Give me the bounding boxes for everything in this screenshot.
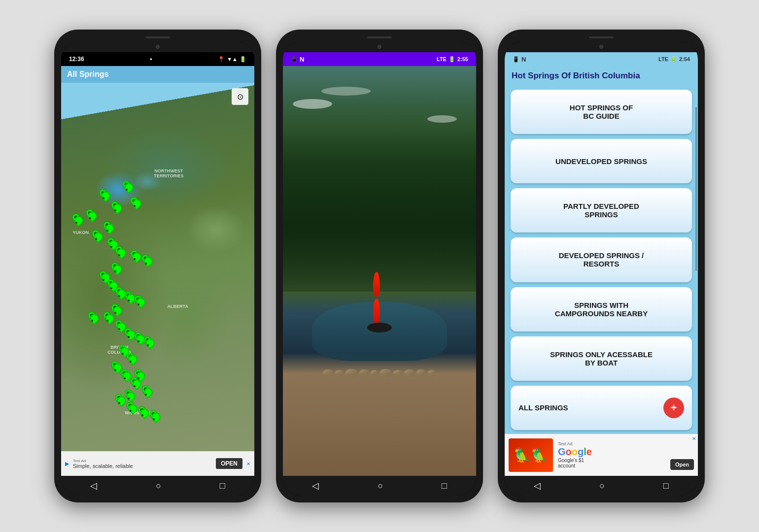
map-pin-20[interactable] bbox=[125, 328, 133, 338]
map-pin-1[interactable] bbox=[100, 189, 107, 199]
map-pin-33[interactable] bbox=[138, 406, 146, 416]
map-pin-25[interactable] bbox=[111, 361, 119, 371]
map-pin-36[interactable] bbox=[72, 214, 80, 224]
svg-point-33 bbox=[140, 408, 143, 411]
map-pin-5[interactable] bbox=[104, 222, 111, 232]
map-pin-22[interactable] bbox=[144, 336, 152, 346]
sim-icon: 📱 bbox=[291, 56, 298, 63]
menu-screen: Hot Springs Of British Columbia HOT SPRI… bbox=[505, 66, 698, 476]
map-pin-28[interactable] bbox=[131, 377, 138, 387]
map-pin-14[interactable] bbox=[115, 287, 123, 297]
map-pin-31[interactable] bbox=[115, 394, 123, 404]
ad-banner-1: ▶ Test Ad Simple, scalable, reliable OPE… bbox=[61, 451, 254, 476]
location-button[interactable]: ⊙ bbox=[232, 88, 248, 105]
ad-open-btn-3[interactable]: Open bbox=[670, 459, 694, 470]
back-button-1[interactable]: ◁ bbox=[90, 480, 97, 491]
menu-item-boat[interactable]: SPRINGS ONLY ACESSABLEBY BOAT bbox=[511, 336, 692, 381]
menu-item-campgrounds[interactable]: SPRINGS WITHCAMPGROUNDS NEARBY bbox=[511, 287, 692, 332]
recent-button-1[interactable]: □ bbox=[220, 481, 225, 491]
status-icons-left-3: 📱 N bbox=[513, 56, 526, 63]
home-button-3[interactable]: ○ bbox=[599, 481, 605, 491]
nav-bar-1: ◁ ○ □ bbox=[61, 476, 254, 496]
map-pin-34[interactable] bbox=[150, 410, 158, 420]
photo-screen bbox=[283, 66, 476, 476]
map-pin-0[interactable] bbox=[86, 209, 94, 219]
svg-point-27 bbox=[137, 371, 139, 374]
app-title-bar: Hot Springs Of British Columbia bbox=[505, 66, 698, 86]
svg-point-22 bbox=[146, 338, 149, 341]
svg-point-16 bbox=[137, 298, 139, 300]
map-pin-18[interactable] bbox=[104, 312, 111, 322]
status-icons-1: 📍 ▼▲ 🔋 bbox=[218, 56, 246, 63]
menu-item-boat-label: SPRINGS ONLY ACESSABLEBY BOAT bbox=[550, 350, 653, 367]
n-icon-3: N bbox=[521, 56, 526, 63]
menu-item-undeveloped[interactable]: UNDEVELOPED SPRINGS bbox=[511, 139, 692, 183]
menu-item-all-springs[interactable]: ALL SPRINGS + bbox=[511, 386, 692, 430]
svg-point-15 bbox=[127, 294, 130, 297]
camera-dot-3 bbox=[599, 45, 603, 49]
ad-arrow-1: ▶ bbox=[65, 461, 69, 467]
fab-button[interactable]: + bbox=[663, 398, 684, 418]
map-pin-24[interactable] bbox=[127, 353, 135, 363]
map-pin-9[interactable] bbox=[131, 250, 138, 260]
svg-point-25 bbox=[113, 363, 116, 366]
svg-point-10 bbox=[144, 257, 147, 260]
map-pin-6[interactable] bbox=[92, 230, 100, 240]
svg-point-7 bbox=[109, 240, 112, 243]
map-pin-4[interactable] bbox=[131, 197, 138, 207]
svg-point-17 bbox=[113, 306, 116, 309]
svg-point-1 bbox=[102, 191, 104, 194]
map-pin-23[interactable] bbox=[119, 345, 127, 355]
status-icons-left-2: 📱 N bbox=[291, 56, 304, 63]
ad-image: 🦜🦜 bbox=[509, 438, 553, 472]
map-pin-10[interactable] bbox=[142, 255, 150, 265]
ad-open-btn-1[interactable]: OPEN bbox=[216, 458, 242, 469]
map-pin-15[interactable] bbox=[125, 292, 133, 301]
home-button-2[interactable]: ○ bbox=[378, 481, 383, 491]
back-button-3[interactable]: ◁ bbox=[534, 480, 541, 491]
time-2: 2:55 bbox=[457, 56, 468, 62]
map-pin-3[interactable] bbox=[123, 181, 131, 191]
nav-bar-2: ◁ ○ □ bbox=[283, 476, 476, 496]
menu-item-partly-developed[interactable]: PARTLY DEVELOPEDSPRINGS bbox=[511, 188, 692, 233]
battery-icon: 🔋 bbox=[240, 56, 246, 63]
map-pin-7[interactable] bbox=[107, 238, 115, 248]
map-pin-19[interactable] bbox=[115, 320, 123, 330]
map-pin-8[interactable] bbox=[115, 246, 123, 256]
status-bar-1: 12:36 • 📍 ▼▲ 🔋 bbox=[61, 52, 254, 66]
map-pin-29[interactable] bbox=[142, 386, 150, 396]
ad-close-1[interactable]: ✕ bbox=[246, 461, 250, 466]
ad-bird-icon: 🦜🦜 bbox=[514, 447, 548, 463]
map-pin-26[interactable] bbox=[121, 369, 129, 379]
sculpture-flame bbox=[372, 272, 387, 325]
home-button-1[interactable]: ○ bbox=[156, 481, 161, 491]
ad-banner-3: 🦜🦜 Test Ad Google Google's $1account Ope… bbox=[505, 434, 698, 476]
recent-button-3[interactable]: □ bbox=[663, 481, 669, 491]
map-pin-16[interactable] bbox=[135, 296, 142, 305]
scrollbar[interactable] bbox=[695, 107, 697, 271]
map-pin-13[interactable] bbox=[107, 279, 115, 289]
map-pin-11[interactable] bbox=[111, 263, 119, 272]
map-pin-12[interactable] bbox=[100, 271, 107, 281]
svg-point-12 bbox=[102, 273, 104, 276]
svg-point-18 bbox=[105, 314, 108, 317]
camera-area-3 bbox=[505, 41, 698, 52]
map-pin-2[interactable] bbox=[111, 201, 119, 211]
svg-point-31 bbox=[117, 396, 120, 399]
map-pin-35[interactable] bbox=[88, 312, 96, 322]
recent-button-2[interactable]: □ bbox=[442, 481, 447, 491]
snow-1 bbox=[293, 99, 332, 109]
menu-item-bc-guide[interactable]: HOT SPRINGS OFBC GUIDE bbox=[511, 90, 692, 134]
map-screen: All Springs YUKON NORTHWESTTERRITORIES B… bbox=[61, 66, 254, 476]
back-button-2[interactable]: ◁ bbox=[312, 480, 319, 491]
menu-item-developed[interactable]: DEVELOPED SPRINGS /RESORTS bbox=[511, 237, 692, 282]
map-pin-32[interactable] bbox=[127, 402, 135, 412]
ad-close-3[interactable]: ✕ bbox=[692, 436, 696, 441]
map-container[interactable]: All Springs YUKON NORTHWESTTERRITORIES B… bbox=[61, 66, 254, 476]
map-pin-30[interactable] bbox=[125, 390, 133, 399]
map-pin-17[interactable] bbox=[111, 304, 119, 314]
map-pin-21[interactable] bbox=[135, 332, 142, 342]
svg-point-5 bbox=[105, 224, 108, 227]
n-icon: N bbox=[300, 56, 304, 63]
svg-point-23 bbox=[121, 347, 124, 350]
